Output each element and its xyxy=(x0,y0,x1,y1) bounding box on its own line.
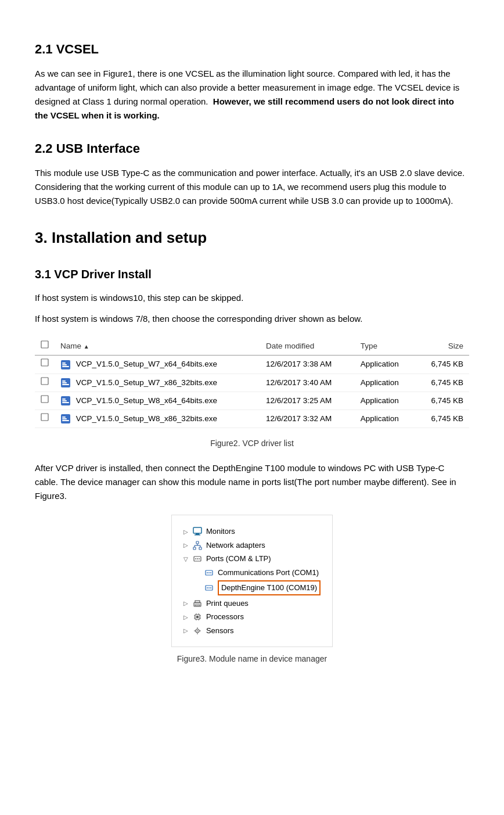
svg-rect-19 xyxy=(62,418,67,419)
svg-rect-11 xyxy=(41,396,48,403)
svg-point-42 xyxy=(210,587,211,588)
svg-rect-26 xyxy=(199,547,201,550)
vcp-para2: If host system is windows 7/8, then choo… xyxy=(35,312,469,326)
table-header-date: Date modified xyxy=(260,338,355,356)
row-checkbox xyxy=(35,410,55,428)
svg-rect-13 xyxy=(62,402,69,403)
tree-arrow-icon: ▽ xyxy=(183,555,192,563)
list-item-label: Processors xyxy=(206,611,244,623)
figure3-container: ▷Monitors▷Network adapters▽Ports (COM & … xyxy=(35,515,469,665)
sensor-icon xyxy=(193,626,203,636)
list-item-label: DepthEngine T100 (COM19) xyxy=(218,580,321,595)
svg-point-40 xyxy=(207,587,208,588)
svg-rect-0 xyxy=(41,341,48,348)
list-item: ▷Sensors xyxy=(183,624,321,638)
figure2-caption: Figure2. VCP driver list xyxy=(210,437,294,450)
section-vcsel-heading: 2.1 VCSEL xyxy=(35,40,469,59)
svg-rect-4 xyxy=(62,364,67,365)
row-size: 6,745 KB xyxy=(416,410,469,428)
tree-arrow-icon: ▷ xyxy=(183,541,192,550)
row-date: 12/6/2017 3:38 AM xyxy=(260,356,355,374)
list-item: ▷Monitors xyxy=(183,525,321,538)
svg-rect-9 xyxy=(62,382,67,383)
svg-point-57 xyxy=(197,630,198,631)
section-vcp-heading: 3.1 VCP Driver Install xyxy=(35,265,469,283)
list-item-label: Print queues xyxy=(206,598,249,609)
row-size: 6,745 KB xyxy=(416,392,469,410)
svg-rect-14 xyxy=(62,400,67,401)
svg-point-38 xyxy=(210,572,211,573)
vcsel-paragraph: As we can see in Figure1, there is one V… xyxy=(35,67,469,123)
row-type: Application xyxy=(355,356,416,374)
svg-point-33 xyxy=(197,558,198,559)
row-date: 12/6/2017 3:32 AM xyxy=(260,410,355,428)
svg-rect-44 xyxy=(195,601,200,603)
svg-rect-25 xyxy=(193,547,196,550)
row-date: 12/6/2017 3:40 AM xyxy=(260,374,355,392)
tree-arrow-icon: ▷ xyxy=(183,613,192,622)
list-item: DepthEngine T100 (COM19) xyxy=(195,579,321,597)
tree-arrow-icon: ▷ xyxy=(183,626,192,635)
com-icon xyxy=(204,583,215,593)
printer-icon xyxy=(193,598,203,609)
list-item-label: Sensors xyxy=(206,625,234,637)
list-item: Communications Port (COM1) xyxy=(195,566,321,580)
svg-rect-1 xyxy=(41,359,48,366)
svg-point-37 xyxy=(208,572,210,573)
row-type: Application xyxy=(355,410,416,428)
processor-icon xyxy=(193,612,203,622)
vcp-file-table: Name ▲ Date modified Type Size xyxy=(35,338,469,428)
svg-point-36 xyxy=(207,572,208,573)
svg-rect-6 xyxy=(41,378,48,385)
list-item-label: Network adapters xyxy=(206,540,265,551)
table-header-checkbox xyxy=(35,338,55,356)
table-row: VCP_V1.5.0_Setup_W7_x64_64bits.exe 12/6/… xyxy=(35,356,469,374)
svg-point-34 xyxy=(199,558,200,559)
figure3-caption: Figure3. Module name in device manager xyxy=(177,653,327,665)
table-row: VCP_V1.5.0_Setup_W7_x86_32bits.exe 12/6/… xyxy=(35,374,469,392)
list-item: ▷Processors xyxy=(183,610,321,624)
svg-rect-18 xyxy=(62,420,69,421)
list-item: ▽Ports (COM & LTP) xyxy=(183,552,321,566)
com-icon xyxy=(204,568,215,578)
svg-point-41 xyxy=(208,587,210,588)
tree-arrow-icon: ▷ xyxy=(183,599,192,608)
svg-rect-8 xyxy=(62,384,69,385)
svg-rect-24 xyxy=(196,541,199,544)
row-filename: VCP_V1.5.0_Setup_W8_x64_64bits.exe xyxy=(55,392,260,410)
row-checkbox xyxy=(35,374,55,392)
row-type: Application xyxy=(355,392,416,410)
device-manager-image: ▷Monitors▷Network adapters▽Ports (COM & … xyxy=(171,515,333,647)
tree-arrow-icon: ▷ xyxy=(183,527,192,536)
table-header-name: Name ▲ xyxy=(55,338,260,356)
row-filename: VCP_V1.5.0_Setup_W7_x64_64bits.exe xyxy=(55,356,260,374)
ports-icon xyxy=(193,554,203,564)
list-item: ▷Print queues xyxy=(183,597,321,611)
svg-rect-5 xyxy=(62,362,66,364)
list-item-label: Ports (COM & LTP) xyxy=(206,553,271,565)
row-checkbox xyxy=(35,392,55,410)
row-type: Application xyxy=(355,374,416,392)
after-vcp-paragraph: After VCP driver is installed, then conn… xyxy=(35,461,469,503)
row-date: 12/6/2017 3:25 AM xyxy=(260,392,355,410)
table-header-size: Size xyxy=(416,338,469,356)
figure2-container: Name ▲ Date modified Type Size xyxy=(35,338,469,450)
row-filename: VCP_V1.5.0_Setup_W7_x86_32bits.exe xyxy=(55,374,260,392)
svg-rect-20 xyxy=(62,417,66,418)
section-installation-heading: 3. Installation and setup xyxy=(35,227,469,249)
usb-paragraph: This module use USB Type-C as the commun… xyxy=(35,166,469,208)
monitor-icon xyxy=(193,526,203,537)
section-usb-heading: 2.2 USB Interface xyxy=(35,139,469,158)
svg-rect-23 xyxy=(195,534,200,536)
vcp-para1: If host system is windows10, this step c… xyxy=(35,291,469,305)
row-checkbox xyxy=(35,356,55,374)
svg-rect-15 xyxy=(62,398,66,400)
svg-rect-10 xyxy=(62,380,66,382)
list-item: ▷Network adapters xyxy=(183,538,321,552)
list-item-label: Monitors xyxy=(206,526,235,537)
row-filename: VCP_V1.5.0_Setup_W8_x86_32bits.exe xyxy=(55,410,260,428)
svg-rect-16 xyxy=(41,414,48,421)
svg-rect-22 xyxy=(196,533,199,534)
svg-rect-47 xyxy=(196,616,199,618)
table-header-type: Type xyxy=(355,338,416,356)
